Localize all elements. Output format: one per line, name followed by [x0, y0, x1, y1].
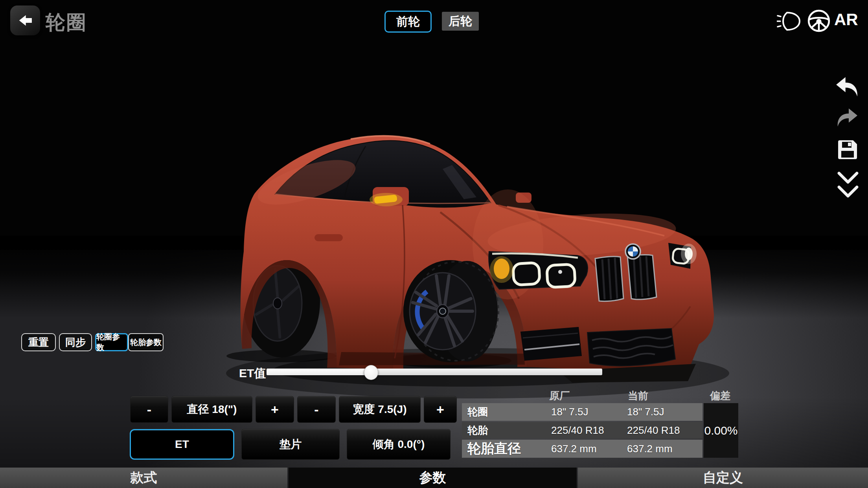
rim-params-button[interactable]: 轮圈参数: [95, 333, 128, 351]
et-slider-thumb[interactable]: [364, 365, 378, 380]
et-mode-button[interactable]: ET: [130, 429, 234, 460]
spacer-mode-button[interactable]: 垫片: [241, 429, 340, 460]
et-slider-track[interactable]: [267, 369, 602, 375]
et-slider-fill: [267, 369, 371, 375]
side-mirror: [370, 187, 409, 206]
headlight-left: [489, 251, 588, 289]
tab-style[interactable]: 款式: [0, 468, 287, 488]
page-title: 轮圈: [46, 9, 87, 36]
camber-mode-button[interactable]: 倾角 0.0(°): [347, 429, 451, 460]
double-chevron-down-icon[interactable]: [837, 170, 859, 202]
tire-params-button[interactable]: 轮胎参数: [128, 333, 164, 351]
brand-roundel: [625, 244, 640, 259]
app-window: 轮圈 前轮 后轮 AR: [0, 0, 868, 488]
width-decrease-button[interactable]: -: [297, 396, 336, 423]
undo-icon[interactable]: [834, 75, 860, 99]
back-arrow-icon: [17, 12, 34, 29]
table-row-rim: 轮圈 18" 7.5J 18" 7.5J: [462, 403, 702, 421]
diameter-value-button[interactable]: 直径 18("): [171, 396, 252, 423]
column-header-current: 当前: [628, 389, 648, 403]
save-icon[interactable]: [836, 138, 859, 162]
diameter-decrease-button[interactable]: -: [130, 396, 168, 423]
tab-parameters[interactable]: 参数: [289, 468, 577, 488]
column-header-factory: 原厂: [549, 389, 570, 403]
tab-custom[interactable]: 自定义: [578, 468, 868, 488]
headlight-icon[interactable]: [777, 11, 802, 31]
table-row-tire-diameter: 轮胎直径 637.2 mm 637.2 mm: [462, 440, 702, 458]
back-button[interactable]: [10, 6, 40, 35]
front-wheel: [403, 260, 498, 362]
tab-rear-wheel[interactable]: 后轮: [442, 12, 479, 31]
redo-icon[interactable]: [835, 107, 859, 129]
et-slider-label: ET值: [239, 365, 266, 382]
sync-button[interactable]: 同步: [59, 333, 92, 351]
width-increase-button[interactable]: +: [424, 396, 457, 423]
deviation-value: 0.00%: [704, 403, 738, 458]
column-header-deviation: 偏差: [710, 389, 730, 403]
ar-mode-button[interactable]: AR: [834, 10, 858, 29]
steering-wheel-icon[interactable]: [807, 9, 831, 33]
reset-button[interactable]: 重置: [21, 333, 56, 351]
diameter-increase-button[interactable]: +: [256, 396, 294, 423]
width-value-button[interactable]: 宽度 7.5(J): [339, 396, 421, 423]
tab-front-wheel[interactable]: 前轮: [384, 11, 432, 33]
table-row-tire: 轮胎 225/40 R18 225/40 R18: [462, 422, 702, 438]
